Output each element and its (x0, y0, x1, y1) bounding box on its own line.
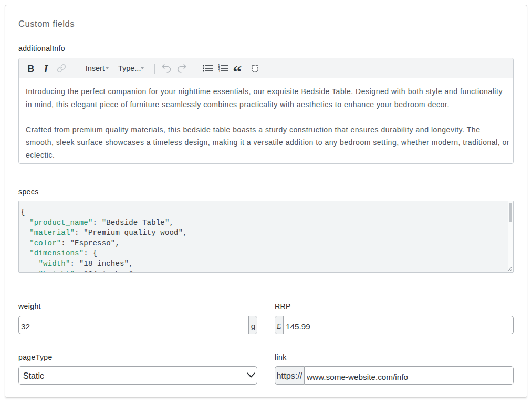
svg-text:3: 3 (218, 69, 220, 73)
